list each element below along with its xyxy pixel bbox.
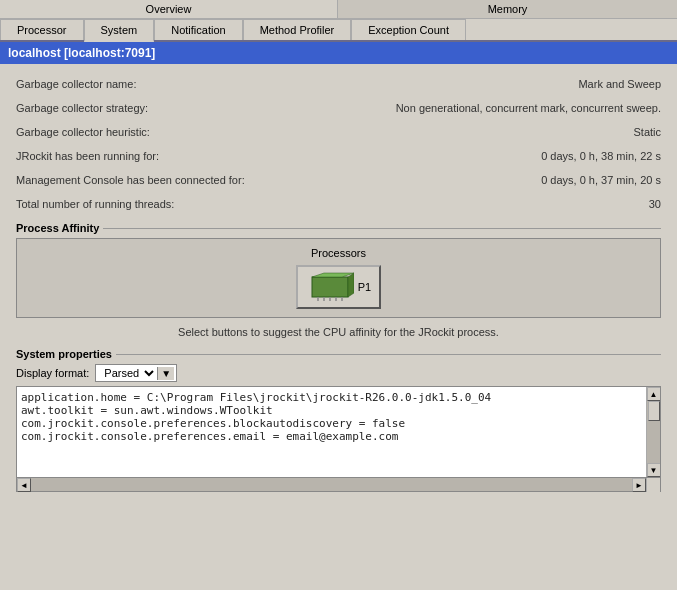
processors-label: Processors xyxy=(25,247,652,259)
format-select[interactable]: Parsed Raw xyxy=(98,366,157,380)
info-row-connected-for: Management Console has been connected fo… xyxy=(16,168,661,192)
main-content: Garbage collector name: Mark and Sweep G… xyxy=(0,64,677,500)
tab-method-profiler[interactable]: Method Profiler xyxy=(243,19,352,40)
affinity-hint: Select buttons to suggest the CPU affini… xyxy=(16,322,661,342)
properties-text[interactable]: application.home = C:\Program Files\jroc… xyxy=(17,387,646,477)
overview-tab[interactable]: Overview xyxy=(0,0,338,19)
vertical-scrollbar: ▲ ▼ xyxy=(646,387,660,477)
tab-system[interactable]: System xyxy=(84,19,155,42)
threads-value: 30 xyxy=(649,198,661,210)
info-row-gc-name: Garbage collector name: Mark and Sweep xyxy=(16,72,661,96)
format-dropdown-button[interactable]: ▼ xyxy=(157,367,174,380)
gc-heuristic-label: Garbage collector heuristic: xyxy=(16,126,150,138)
tab-processor[interactable]: Processor xyxy=(0,19,84,40)
section-divider xyxy=(103,228,661,229)
processors-box: Processors xyxy=(16,238,661,318)
svg-marker-2 xyxy=(348,273,354,297)
threads-label: Total number of running threads: xyxy=(16,198,174,210)
svg-rect-0 xyxy=(312,277,348,297)
horizontal-scrollbar: ◄ ► xyxy=(16,478,661,492)
scroll-down-button[interactable]: ▼ xyxy=(647,463,661,477)
tab-exception-count[interactable]: Exception Count xyxy=(351,19,466,40)
cpu-chip-icon xyxy=(306,271,354,303)
gc-strategy-value: Non generational, concurrent mark, concu… xyxy=(396,102,661,114)
gc-name-label: Garbage collector name: xyxy=(16,78,136,90)
process-affinity-header: Process Affinity xyxy=(16,222,661,234)
h-scrollbar-track[interactable] xyxy=(31,478,632,491)
overview-label: Overview xyxy=(146,3,192,15)
format-select-wrapper: Parsed Raw ▼ xyxy=(95,364,177,382)
processor-p1-button[interactable]: P1 xyxy=(296,265,381,309)
properties-scroll-container: application.home = C:\Program Files\jroc… xyxy=(16,386,661,478)
sys-props-header: System properties xyxy=(16,348,661,360)
scrollbar-thumb[interactable] xyxy=(648,401,660,421)
scroll-up-button[interactable]: ▲ xyxy=(647,387,661,401)
gc-name-value: Mark and Sweep xyxy=(578,78,661,90)
memory-label: Memory xyxy=(488,3,528,15)
running-for-value: 0 days, 0 h, 38 min, 22 s xyxy=(541,150,661,162)
format-label: Display format: xyxy=(16,367,89,379)
info-row-threads: Total number of running threads: 30 xyxy=(16,192,661,216)
running-for-label: JRockit has been running for: xyxy=(16,150,159,162)
tab-notification[interactable]: Notification xyxy=(154,19,242,40)
scrollbar-corner xyxy=(646,478,660,492)
memory-tab[interactable]: Memory xyxy=(338,0,677,19)
info-row-running-for: JRockit has been running for: 0 days, 0 … xyxy=(16,144,661,168)
scroll-left-button[interactable]: ◄ xyxy=(17,478,31,492)
connected-for-label: Management Console has been connected fo… xyxy=(16,174,245,186)
server-title-bar: localhost [localhost:7091] xyxy=(0,42,677,64)
gc-strategy-label: Garbage collector strategy: xyxy=(16,102,148,114)
processor-label: P1 xyxy=(358,281,371,293)
sys-props-divider xyxy=(116,354,661,355)
process-affinity-title: Process Affinity xyxy=(16,222,103,234)
system-properties-section: System properties Display format: Parsed… xyxy=(16,348,661,492)
scroll-right-button[interactable]: ► xyxy=(632,478,646,492)
info-row-gc-strategy: Garbage collector strategy: Non generati… xyxy=(16,96,661,120)
sub-tabs-bar: Processor System Notification Method Pro… xyxy=(0,19,677,42)
scrollbar-track[interactable] xyxy=(647,401,660,463)
gc-heuristic-value: Static xyxy=(633,126,661,138)
server-title: localhost [localhost:7091] xyxy=(8,46,155,60)
sys-props-title: System properties xyxy=(16,348,116,360)
format-row: Display format: Parsed Raw ▼ xyxy=(16,364,661,382)
svg-marker-1 xyxy=(312,273,354,277)
connected-for-value: 0 days, 0 h, 37 min, 20 s xyxy=(541,174,661,186)
top-section-tabs: Overview Memory xyxy=(0,0,677,19)
info-row-gc-heuristic: Garbage collector heuristic: Static xyxy=(16,120,661,144)
